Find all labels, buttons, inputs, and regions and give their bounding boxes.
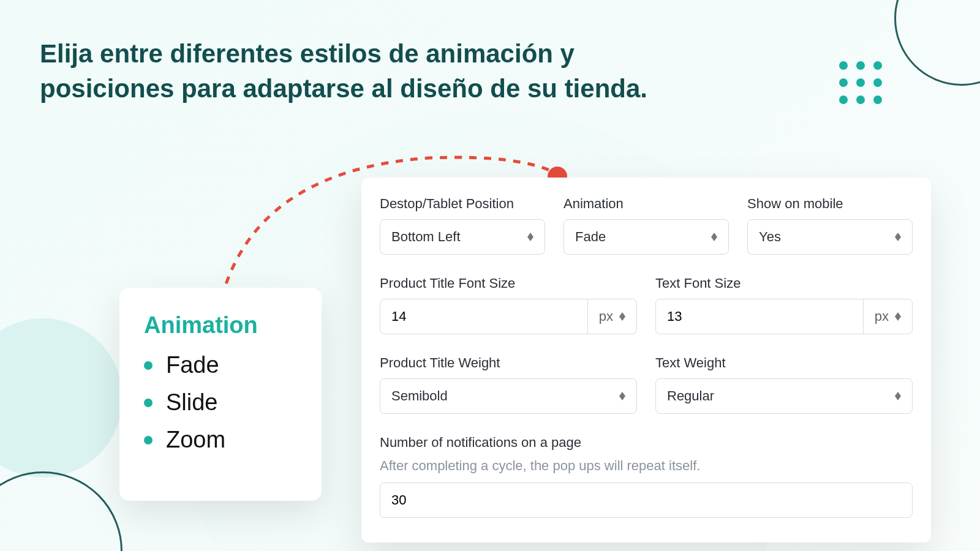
- notif-count-input-wrap: [380, 482, 913, 518]
- text-weight-value: Regular: [667, 388, 895, 404]
- updown-icon: [895, 233, 901, 241]
- position-value: Bottom Left: [391, 229, 527, 245]
- updown-icon: [895, 312, 901, 321]
- title-size-input-wrap: px: [380, 299, 637, 334]
- text-weight-label: Text Weight: [655, 355, 913, 371]
- position-select[interactable]: Bottom Left: [380, 219, 545, 255]
- background-blob: [0, 318, 123, 478]
- title-weight-label: Product Title Weight: [380, 355, 637, 371]
- animation-options-card: Animation Fade Slide Zoom: [119, 288, 322, 501]
- decorative-circle-top-right: [894, 0, 980, 86]
- animation-label: Animation: [564, 196, 729, 212]
- settings-panel: Destop/Tablet Position Bottom Left Anima…: [361, 178, 931, 542]
- mobile-value: Yes: [759, 229, 895, 245]
- animation-select[interactable]: Fade: [564, 219, 729, 255]
- title-weight-value: Semibold: [391, 388, 619, 404]
- updown-icon: [619, 392, 625, 400]
- mobile-label: Show on mobile: [747, 196, 913, 212]
- title-size-input[interactable]: [380, 299, 587, 334]
- title-size-label: Product Title Font Size: [380, 276, 637, 291]
- position-label: Destop/Tablet Position: [380, 196, 545, 212]
- updown-icon: [711, 233, 717, 241]
- decorative-circle-bottom-left: [0, 471, 123, 551]
- text-weight-select[interactable]: Regular: [655, 378, 913, 414]
- text-size-input-wrap: px: [655, 299, 913, 334]
- updown-icon: [619, 312, 625, 321]
- notif-count-help: After completing a cycle, the pop ups wi…: [380, 458, 913, 474]
- animation-option-zoom[interactable]: Zoom: [144, 427, 297, 453]
- unit-label: px: [599, 309, 613, 324]
- decorative-dot-grid: [839, 61, 882, 104]
- text-size-label: Text Font Size: [655, 276, 913, 291]
- animation-value: Fade: [575, 229, 711, 245]
- notif-count-label: Number of notifications on a page: [380, 435, 913, 451]
- page-headline: Elija entre diferentes estilos de animac…: [40, 37, 652, 106]
- updown-icon: [527, 233, 533, 241]
- animation-option-slide[interactable]: Slide: [144, 389, 297, 416]
- text-size-input[interactable]: [656, 299, 863, 334]
- title-weight-select[interactable]: Semibold: [380, 378, 637, 414]
- mobile-select[interactable]: Yes: [747, 219, 913, 255]
- notif-count-input[interactable]: [391, 483, 901, 517]
- animation-option-fade[interactable]: Fade: [144, 352, 297, 378]
- updown-icon: [895, 392, 901, 400]
- unit-label: px: [875, 309, 889, 324]
- animation-card-title: Animation: [144, 312, 297, 339]
